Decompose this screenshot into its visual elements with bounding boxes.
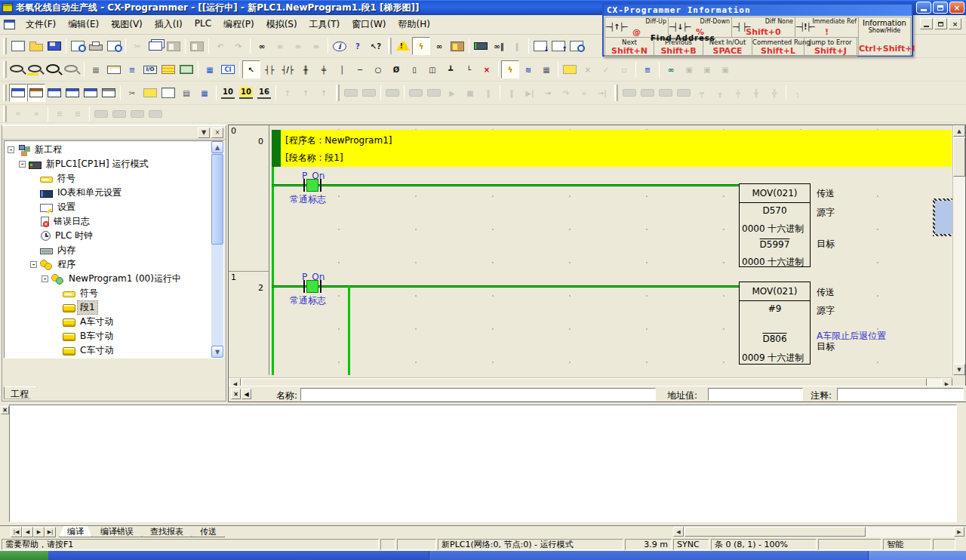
tab-first-button[interactable]: |◀ [11, 527, 22, 537]
transfer-warning-button[interactable] [448, 37, 466, 55]
tree-item-programs[interactable]: -程序 [5, 257, 223, 272]
operand-bar-close-button[interactable]: × [231, 389, 241, 399]
find-button[interactable]: ∞ [253, 37, 271, 55]
coil-nc-button[interactable]: Ø [387, 60, 405, 78]
tree-item-settings[interactable]: 设置 [5, 200, 223, 214]
pause-trigger-button[interactable]: ≋ [519, 60, 537, 78]
show-comments-button[interactable] [105, 60, 123, 78]
vertical-line-button[interactable]: │ [333, 60, 351, 78]
force-on-button[interactable] [561, 60, 579, 78]
workspace-close-button[interactable]: × [211, 128, 223, 138]
grid-toggle-button[interactable]: ▦ [87, 60, 105, 78]
tree-item-program-symbols[interactable]: 符号 [5, 286, 223, 300]
monitor-hex-button[interactable]: 16 [255, 84, 273, 102]
io-comment-button[interactable] [141, 84, 159, 102]
menu-item-2[interactable]: 视图(V) [105, 16, 149, 33]
horizontal-line-button[interactable]: ─ [351, 60, 369, 78]
output-hscrollbar[interactable]: ◀ ▶ [673, 527, 964, 537]
menu-item-3[interactable]: 插入(I) [149, 16, 189, 33]
menu-item-0[interactable]: 文件(F) [20, 16, 62, 33]
tree-item-section-b-car[interactable]: B车寸动 [5, 329, 223, 343]
scroll-up-icon[interactable]: ▲ [953, 125, 965, 137]
rung1-contact[interactable] [303, 280, 321, 293]
line-connect-button[interactable]: └ [460, 60, 478, 78]
about-info-button[interactable]: i [331, 37, 349, 55]
menu-item-6[interactable]: 模拟(S) [260, 16, 303, 33]
zoom-in-button[interactable] [45, 60, 63, 78]
ci-view-button[interactable]: CI [219, 60, 237, 78]
watch-glasses-button[interactable]: ∞ [662, 60, 680, 78]
io-comment-view-button[interactable]: I/O [141, 60, 159, 78]
scroll-down-icon[interactable]: ▼ [953, 364, 965, 375]
ladder-vscrollbar[interactable]: ▲ ▼ [952, 125, 965, 375]
line-delete-button[interactable]: × [478, 60, 496, 78]
expand-toggle-icon[interactable]: - [8, 146, 14, 153]
menu-item-1[interactable]: 编辑(E) [62, 16, 105, 33]
window-cross-ref-button[interactable] [63, 84, 82, 102]
tree-item-memory[interactable]: 内存 [5, 243, 223, 257]
rung-comment-button[interactable] [159, 84, 177, 102]
menu-item-8[interactable]: 窗口(W) [346, 16, 392, 33]
properties-button[interactable] [100, 84, 118, 102]
monitor-online-button[interactable]: ϟ [501, 60, 519, 78]
scroll-up-icon[interactable]: ▲ [211, 141, 223, 153]
window-output-button[interactable] [82, 84, 100, 102]
print-preview-button[interactable] [105, 37, 123, 55]
output-tab-find-report[interactable]: 查找报表 [142, 526, 192, 537]
output-tab-compile-errors[interactable]: 编译错误 [92, 526, 142, 537]
tree-item-plc-clock[interactable]: PLC 时钟 [5, 229, 223, 243]
open-button[interactable] [27, 37, 45, 55]
expand-toggle-icon[interactable]: - [19, 161, 26, 168]
ladder-canvas[interactable]: [程序名 : NewProgram1] [段名称 : 段1] P_On 常通标志… [270, 125, 953, 375]
split-window-button[interactable]: ✂ [123, 84, 141, 102]
rung0-contact[interactable] [303, 179, 321, 192]
monitor-signed-decimal-button[interactable]: 10 [237, 84, 255, 102]
rung1-margin-cell[interactable]: 1 2 [229, 272, 269, 375]
compile-output-area[interactable] [9, 405, 957, 522]
plc-verify-button[interactable] [472, 37, 490, 55]
compile-online-button[interactable]: ϟ [412, 37, 430, 55]
program-structure-button[interactable] [177, 60, 195, 78]
scroll-left-icon[interactable]: ◀ [673, 527, 684, 537]
save-button[interactable] [45, 37, 63, 55]
transfer-to-plc-button[interactable] [531, 37, 549, 55]
child-close-button[interactable]: × [949, 18, 961, 29]
child-restore-button[interactable] [934, 18, 947, 29]
tree-item-io-table[interactable]: IO表和单元设置 [5, 186, 223, 200]
scroll-thumb[interactable] [685, 527, 866, 537]
scroll-right-icon[interactable]: ▶ [954, 527, 964, 537]
child-minimize-button[interactable] [920, 18, 933, 29]
tree-item-project[interactable]: -新工程 [5, 143, 223, 157]
name-field[interactable] [300, 388, 656, 401]
tab-next-button[interactable]: ▶ [33, 527, 45, 537]
rung-shortcut-button[interactable] [159, 60, 177, 78]
scroll-down-icon[interactable]: ▼ [211, 346, 223, 358]
select-tool-button[interactable]: ↖ [242, 60, 260, 78]
restore-button[interactable] [933, 2, 948, 14]
contact-no-button[interactable]: ┤├ [260, 60, 278, 78]
output-close-button[interactable]: × [1, 406, 9, 414]
window-cascade-button[interactable] [9, 84, 27, 102]
tab-project[interactable]: 工程 [4, 386, 37, 399]
rung-wrap-button[interactable]: ≡ [123, 60, 141, 78]
contact-nc-button[interactable]: ┤/├ [278, 60, 297, 78]
tab-last-button[interactable]: ▶| [45, 527, 56, 537]
symbol-table-button[interactable]: ▦ [201, 60, 219, 78]
new-button[interactable] [9, 37, 27, 55]
menu-item-5[interactable]: 编程(P) [217, 16, 260, 33]
selection-box[interactable] [933, 198, 953, 236]
comment-field[interactable] [837, 388, 964, 401]
work-online-button[interactable]: ∞‖ [490, 37, 508, 55]
transfer-from-plc-button[interactable] [549, 37, 568, 55]
tree-item-section-hmi[interactable]: 人机控制 [5, 358, 223, 358]
address-field[interactable] [708, 388, 803, 401]
rung1-mov-block[interactable]: MOV(021) #9 D806 0009 十六进制 [739, 282, 811, 365]
contact-or-nc-button[interactable]: ╪ [315, 60, 333, 78]
doc-find-button[interactable] [69, 37, 87, 55]
cx-programmer-information-popup[interactable]: CX-Programmer Information ─┤↑├─Diff-Up@─… [602, 3, 913, 57]
window-build-button[interactable] [27, 84, 45, 102]
contact-or-no-button[interactable]: ╫ [297, 60, 315, 78]
rung0-mov-block[interactable]: MOV(021) D570 0000 十六进制 D5997 0000 十六进制 [739, 183, 811, 267]
scroll-thumb[interactable] [953, 137, 965, 177]
output-tab-transfer[interactable]: 传送 [192, 526, 225, 537]
